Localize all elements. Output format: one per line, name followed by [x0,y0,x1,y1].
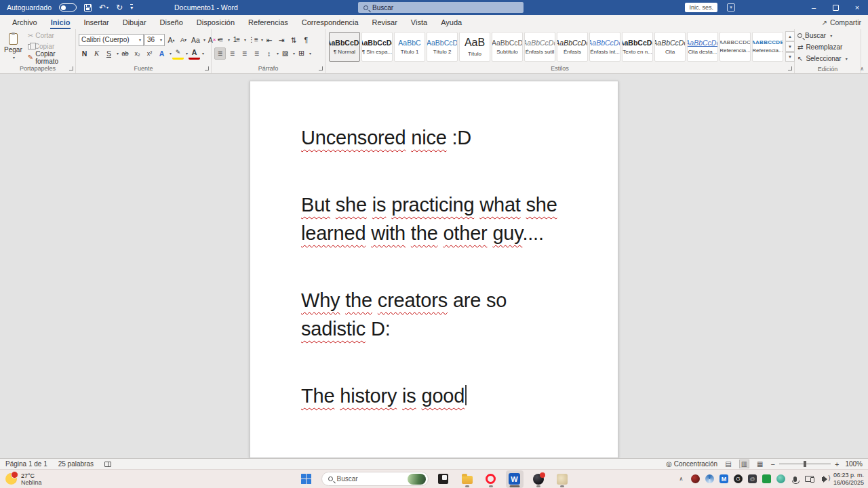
taskbar-search[interactable]: Buscar [321,472,429,486]
paragraph-dialog-launcher[interactable] [319,66,323,70]
volume-icon[interactable] [822,477,825,481]
bold-button[interactable] [79,47,90,60]
style-card[interactable]: AaBbCcDc Énfasis [557,32,588,62]
show-marks-button[interactable] [300,34,312,46]
file-explorer-button[interactable] [458,470,476,488]
clipboard-dialog-launcher[interactable] [69,66,73,70]
undo-button[interactable]: ▾ [99,3,108,12]
close-button[interactable]: × [846,0,868,15]
share-button[interactable]: Compartir [822,15,861,29]
font-family-select[interactable]: Calibri (Cuerpo) [79,34,144,46]
customize-quick-access-button[interactable]: ▾ [130,4,133,11]
style-card[interactable]: AaBbCcDc ¶ Normal [329,32,360,62]
weather-widget[interactable]: 27°CNeblina [5,472,42,486]
ribbon-tab[interactable]: Revisar [366,15,404,29]
tray-overflow-chevron[interactable] [677,474,686,483]
microphone-icon[interactable] [793,476,797,482]
page-number-status[interactable]: Página 1 de 1 [5,460,47,468]
shading-button[interactable] [279,47,291,60]
zoom-level[interactable]: 100% [845,460,863,468]
format-painter-button[interactable]: Copiar formato [28,53,73,62]
paragraph[interactable]: Uncensored nice :D [301,123,621,152]
shrink-font-button[interactable] [178,34,189,46]
word-count-status[interactable]: 25 palabras [58,460,94,468]
tray-app-icon-2[interactable] [705,474,714,483]
align-right-button[interactable] [239,47,250,60]
opera-browser-button[interactable] [482,470,500,488]
paragraph[interactable]: The history is good [301,382,621,410]
paragraph[interactable]: Why the creators are sosadistic D: [301,286,621,343]
tray-app-icon-3[interactable] [719,474,728,483]
start-button[interactable] [298,470,315,488]
style-card[interactable]: AaBbCcDc Cita desta... [687,32,718,62]
style-card[interactable]: AaBbCcD Título 2 [427,32,458,62]
notification-app-button[interactable] [530,470,547,488]
sort-button[interactable] [288,34,300,46]
find-button[interactable]: Buscar [797,30,848,41]
replace-button[interactable]: Reemplazar [797,42,848,52]
paste-button[interactable]: Pegar [3,31,24,62]
print-layout-button[interactable] [739,460,749,468]
minimize-button[interactable]: – [803,0,825,15]
taskbar-clock[interactable]: 06:23 p. m. 16/06/2025 [833,472,864,486]
align-left-button[interactable] [214,47,226,60]
select-button[interactable]: Seleccionar [797,54,848,64]
ribbon-tab[interactable]: Ayuda [434,15,469,29]
read-mode-button[interactable] [724,460,732,468]
proofing-errors-icon[interactable] [104,462,111,467]
highlight-color-button[interactable] [172,47,184,60]
strikethrough-button[interactable] [119,47,131,60]
focus-mode-button[interactable]: Concentración [666,460,717,468]
superscript-button[interactable] [144,47,155,60]
zoom-out-button[interactable]: − [771,460,775,468]
collapse-ribbon-button[interactable]: ∧ [860,66,864,72]
ribbon-tab[interactable]: Vista [404,15,434,29]
tray-app-icon-5[interactable] [748,474,757,483]
style-card[interactable]: AaBbCcDc Texto en n... [622,32,653,62]
zoom-in-button[interactable]: + [835,460,839,468]
ribbon-display-options-icon[interactable]: ▾ [727,3,735,12]
zoom-slider[interactable] [779,464,831,464]
align-center-button[interactable] [226,47,238,60]
underline-button[interactable] [103,47,115,60]
tray-app-icon-1[interactable] [691,474,700,483]
ribbon-tab[interactable]: Disposición [190,15,241,29]
style-card[interactable]: AaBbCcD Subtítulo [492,32,523,62]
style-card[interactable]: AABBCCDE Referencia... [752,32,783,62]
ribbon-tab[interactable]: Insertar [77,15,115,29]
display-device-icon[interactable] [805,476,814,482]
tray-app-icon-7[interactable] [776,474,785,483]
ribbon-tab[interactable]: Referencias [241,15,295,29]
style-card[interactable]: AABBCCDC Referencia... [719,32,751,62]
subscript-button[interactable] [132,47,143,60]
tray-app-icon-4[interactable] [734,474,743,483]
paragraph[interactable]: But she is practicing what shelearned wi… [301,190,621,247]
italic-button[interactable] [91,47,102,60]
ribbon-tab[interactable]: Diseño [153,15,190,29]
titlebar-search[interactable]: Buscar [358,2,524,13]
ribbon-tab[interactable]: Inicio [44,15,77,29]
autosave-toggle[interactable] [59,3,77,12]
tray-app-icon-6[interactable] [762,474,771,483]
line-spacing-button[interactable] [263,47,275,60]
gallery-scroll-up-button[interactable]: ▲ [785,31,795,41]
style-card[interactable]: AaBbC Título 1 [394,32,425,62]
styles-dialog-launcher[interactable] [788,66,792,70]
zoom-slider-thumb[interactable] [804,461,806,467]
sign-in-button[interactable]: Inic. ses. [685,3,717,12]
font-color-button[interactable] [189,47,200,60]
game-app-button[interactable] [553,470,571,488]
style-card[interactable]: AaBbCcDc Énfasis sutil [524,32,555,62]
cut-button[interactable]: Cortar [28,31,73,41]
gallery-more-button[interactable]: ▼ [785,52,795,62]
restore-button[interactable] [825,0,846,15]
bullets-button[interactable] [214,34,226,46]
decrease-indent-button[interactable] [264,34,275,46]
style-card[interactable]: AaBbCcDc Énfasis int... [589,32,620,62]
ribbon-tab[interactable]: Dibujar [116,15,153,29]
multilevel-list-button[interactable] [247,34,259,46]
save-icon[interactable] [84,4,92,12]
redo-button[interactable] [116,3,123,12]
ribbon-tab[interactable]: Correspondencia [295,15,366,29]
word-app-button[interactable] [506,470,524,488]
